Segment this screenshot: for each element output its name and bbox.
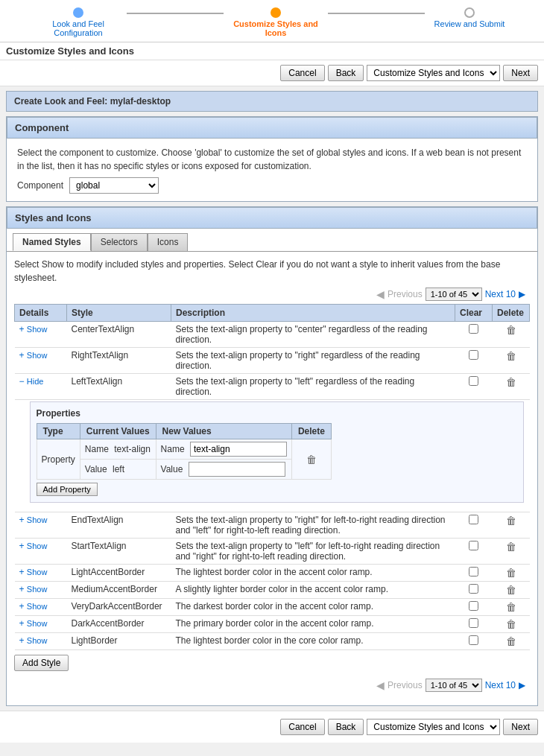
next-button-top[interactable]: Next <box>503 65 538 81</box>
table-row: + Show StartTextAlign Sets the text-alig… <box>15 539 530 565</box>
trash-icon-4[interactable]: 🗑 <box>506 515 516 527</box>
page-range-select-top[interactable]: 1-10 of 45 <box>426 288 482 301</box>
row-detail-1: + Show <box>15 322 67 348</box>
trash-icon-7[interactable]: 🗑 <box>506 584 516 596</box>
row-detail-2: + Show <box>15 348 67 374</box>
back-button-bottom[interactable]: Back <box>328 719 364 735</box>
prev-circle-icon: ◀ <box>376 288 385 300</box>
next-10-link-top[interactable]: Next 10 <box>485 289 516 299</box>
clear-checkbox-3[interactable] <box>469 376 478 386</box>
style-name-10: LightBorder <box>67 633 171 650</box>
style-desc-3: Sets the text-align property to "left" r… <box>171 374 455 400</box>
show-link-7[interactable]: Show <box>27 585 48 594</box>
trash-icon-9[interactable]: 🗑 <box>506 618 516 630</box>
tab-named-styles[interactable]: Named Styles <box>13 233 91 251</box>
clear-checkbox-8[interactable] <box>469 601 478 611</box>
show-link-8[interactable]: Show <box>27 602 48 611</box>
prop-trash-icon[interactable]: 🗑 <box>306 454 317 466</box>
style-desc-8: The darkest border color in the accent c… <box>171 599 455 616</box>
next-arrow-icon-top[interactable]: ▶ <box>519 289 525 299</box>
trash-icon-6[interactable]: 🗑 <box>506 567 516 579</box>
clear-checkbox-1[interactable] <box>469 324 478 334</box>
clear-cell-5 <box>455 539 493 565</box>
prop-header-row: Type Current Values New Values Delete <box>37 424 331 439</box>
delete-cell-8: 🗑 <box>493 599 530 616</box>
top-pagination: ◀ Previous 1-10 of 45 Next 10 ▶ <box>14 285 530 304</box>
tab-icons[interactable]: Icons <box>148 233 189 251</box>
cancel-button-bottom[interactable]: Cancel <box>280 719 324 735</box>
col-header-style: Style <box>67 305 171 322</box>
hide-link-3[interactable]: Hide <box>27 377 44 386</box>
step-dropdown-top[interactable]: Customize Styles and Icons <box>367 65 500 81</box>
component-dropdown[interactable]: global <box>69 177 159 194</box>
delete-cell-3: 🗑 <box>493 374 530 400</box>
top-toolbar: Cancel Back Customize Styles and Icons N… <box>0 60 544 86</box>
show-link-9[interactable]: Show <box>27 619 48 628</box>
clear-checkbox-7[interactable] <box>469 584 478 594</box>
delete-cell-10: 🗑 <box>493 633 530 650</box>
create-laf-label: Create Look and Feel: mylaf-desktop <box>6 91 538 112</box>
style-name-4: EndTextAlign <box>67 512 171 539</box>
trash-icon-2[interactable]: 🗑 <box>506 350 516 362</box>
trash-icon-5[interactable]: 🗑 <box>506 541 516 553</box>
back-button-top[interactable]: Back <box>328 65 364 81</box>
clear-checkbox-2[interactable] <box>469 350 478 360</box>
prop-new-value-cell: Value <box>156 460 291 480</box>
styles-table: Details Style Description Clear Delete + <box>14 304 530 650</box>
clear-checkbox-10[interactable] <box>469 635 478 645</box>
tab-selectors[interactable]: Selectors <box>91 233 148 251</box>
prop-col-new: New Values <box>156 424 291 439</box>
prop-current-name-cell: Name text-align <box>80 439 156 460</box>
style-name-8: VeryDarkAccentBorder <box>67 599 171 616</box>
properties-cell: Properties Type Current Values New Value… <box>15 400 530 512</box>
show-link-10[interactable]: Show <box>27 636 48 645</box>
step-dropdown-bottom[interactable]: Customize Styles and Icons <box>367 719 500 735</box>
next-10-link-bottom[interactable]: Next 10 <box>485 680 516 690</box>
clear-checkbox-5[interactable] <box>469 541 478 550</box>
cancel-button-top[interactable]: Cancel <box>280 65 324 81</box>
properties-row: Properties Type Current Values New Value… <box>15 400 530 512</box>
clear-cell-1 <box>455 322 493 348</box>
plus-icon-9: + <box>19 618 25 629</box>
previous-label-bottom: Previous <box>388 680 423 690</box>
show-link-4[interactable]: Show <box>27 515 48 524</box>
delete-cell-5: 🗑 <box>493 539 530 565</box>
table-row: + Show LightAccentBorder The lightest bo… <box>15 565 530 582</box>
next-arrow-icon-bottom[interactable]: ▶ <box>519 680 525 690</box>
previous-label: Previous <box>388 289 423 299</box>
clear-checkbox-4[interactable] <box>469 515 478 524</box>
step3-label: Review and Submit <box>425 19 514 28</box>
show-link-6[interactable]: Show <box>27 568 48 576</box>
current-name-label: Name <box>85 444 109 454</box>
clear-checkbox-6[interactable] <box>469 567 478 576</box>
prev-circle-icon-bottom: ◀ <box>376 679 385 691</box>
plus-icon-10: + <box>19 635 25 646</box>
trash-icon-10[interactable]: 🗑 <box>506 635 516 647</box>
tab-content-area: Select Show to modify included styles an… <box>7 251 537 701</box>
page-title: Customize Styles and Icons <box>0 42 544 60</box>
show-link-5[interactable]: Show <box>27 541 48 550</box>
page-range-select-bottom[interactable]: 1-10 of 45 <box>426 679 482 692</box>
add-style-button[interactable]: Add Style <box>14 655 69 671</box>
style-desc-1: Sets the text-align property to "center"… <box>171 322 455 348</box>
step3-circle <box>464 7 475 18</box>
clear-cell-2 <box>455 348 493 374</box>
properties-title: Properties <box>37 408 517 419</box>
prop-current-value-cell: Value left <box>80 460 156 480</box>
component-label: Component <box>17 180 63 191</box>
trash-icon-3[interactable]: 🗑 <box>506 376 516 388</box>
show-link-1[interactable]: Show <box>27 325 48 334</box>
clear-checkbox-9[interactable] <box>469 618 478 628</box>
next-button-bottom[interactable]: Next <box>503 719 538 735</box>
new-value-input[interactable] <box>189 462 285 477</box>
style-name-7: MediumAccentBorder <box>67 582 171 599</box>
plus-icon-4: + <box>19 515 25 525</box>
trash-icon-1[interactable]: 🗑 <box>506 324 516 336</box>
style-desc-9: The primary border color in the accent c… <box>171 616 455 633</box>
table-row: + Show CenterTextAlign Sets the text-ali… <box>15 322 530 348</box>
new-name-input[interactable] <box>190 442 287 457</box>
prop-col-type: Type <box>37 424 80 439</box>
show-link-2[interactable]: Show <box>27 351 48 360</box>
trash-icon-8[interactable]: 🗑 <box>506 601 516 613</box>
add-property-button[interactable]: Add Property <box>37 483 98 496</box>
